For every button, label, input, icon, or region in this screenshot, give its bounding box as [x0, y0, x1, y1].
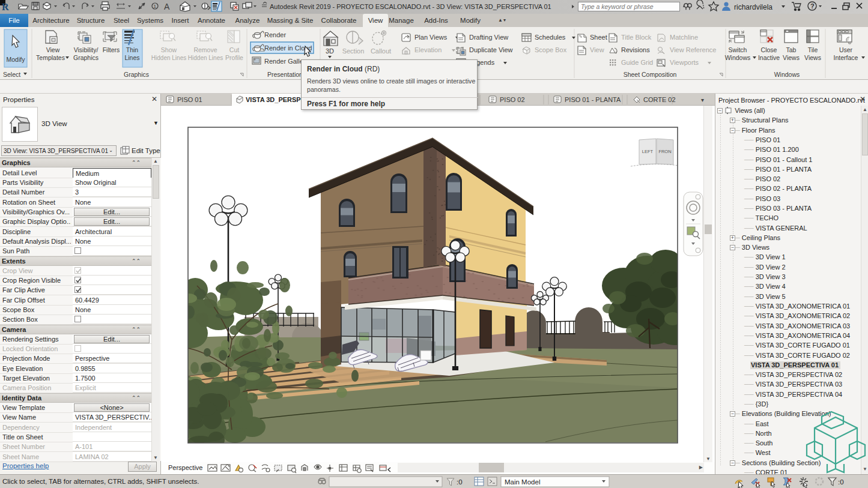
svg-text:Plan Views: Plan Views	[414, 34, 448, 41]
svg-text:Render Galler: Render Galler	[264, 58, 306, 65]
svg-text:Render: Render	[264, 31, 286, 38]
svg-text:3D: 3D	[326, 47, 334, 55]
svg-text:Tile: Tile	[808, 46, 818, 53]
svg-text:Scope Box: Scope Box	[535, 46, 567, 53]
svg-text:Elevation: Elevation	[414, 46, 442, 53]
svg-text:Hidden Lines: Hidden Lines	[188, 55, 223, 61]
svg-text:Hidden Lines: Hidden Lines	[151, 55, 186, 61]
svg-text:Select: Select	[3, 71, 20, 78]
svg-text:Sheet: Sheet	[590, 34, 607, 41]
svg-text:Section: Section	[342, 47, 365, 55]
svg-text:PISO 02: PISO 02	[500, 96, 525, 103]
svg-text:LEFT: LEFT	[642, 149, 654, 154]
svg-text:1: 1	[154, 4, 157, 9]
svg-text:View: View	[590, 46, 604, 53]
svg-text:Title Block: Title Block	[621, 34, 652, 41]
svg-text:Matchline: Matchline	[670, 34, 698, 41]
svg-text:FRON: FRON	[658, 149, 671, 154]
svg-text:Revisions: Revisions	[621, 46, 650, 53]
svg-text:Profile: Profile	[225, 54, 243, 61]
svg-text:Modify: Modify	[7, 56, 26, 63]
svg-text:Presentation: Presentation	[267, 71, 303, 78]
svg-text:Templates: Templates	[36, 54, 65, 61]
svg-text:View Reference: View Reference	[670, 46, 716, 53]
svg-text:Sheet Composition: Sheet Composition	[624, 71, 677, 78]
svg-text:Inactive: Inactive	[758, 54, 780, 61]
svg-text:PISO 01: PISO 01	[177, 96, 202, 103]
svg-text:Remove: Remove	[193, 46, 217, 53]
svg-text:CORTE 02: CORTE 02	[643, 96, 676, 103]
svg-text:richardvilela: richardvilela	[734, 3, 772, 11]
svg-text:Main Model: Main Model	[505, 478, 540, 486]
svg-text:Tab: Tab	[786, 46, 797, 53]
svg-text:Drafting View: Drafting View	[469, 34, 508, 41]
svg-text:Lines: Lines	[124, 54, 139, 61]
svg-text:?: ?	[810, 2, 815, 10]
svg-text:PISO 01 - PLANTA: PISO 01 - PLANTA	[565, 96, 621, 103]
svg-text:Cut: Cut	[229, 46, 239, 53]
svg-text:Callout: Callout	[371, 47, 391, 55]
svg-text:Filters: Filters	[103, 46, 120, 53]
svg-text:Schedules: Schedules	[535, 34, 566, 41]
svg-text:Visibility/: Visibility/	[74, 46, 99, 53]
svg-text:View: View	[46, 46, 60, 53]
svg-text:Thin: Thin	[126, 46, 139, 53]
svg-text:R: R	[2, 2, 9, 12]
svg-text:A: A	[164, 2, 170, 11]
svg-text:Viewports: Viewports	[670, 59, 699, 66]
svg-text:Views: Views	[804, 54, 821, 61]
svg-text:Graphics: Graphics	[73, 54, 99, 61]
svg-text:Views: Views	[783, 54, 800, 61]
svg-text:Switch: Switch	[729, 46, 747, 53]
svg-text:User: User	[839, 46, 853, 53]
svg-text:Guide Grid: Guide Grid	[621, 59, 653, 66]
svg-text:VISTA 3D_PERSPE: VISTA 3D_PERSPE	[246, 96, 305, 103]
svg-text:Show: Show	[161, 46, 177, 53]
svg-text:Graphics: Graphics	[124, 71, 149, 78]
svg-text:Windows: Windows	[725, 54, 751, 61]
svg-text:▾: ▾	[701, 97, 704, 103]
svg-text:Windows: Windows	[774, 71, 800, 78]
svg-text::0: :0	[457, 478, 463, 486]
svg-text:Interface: Interface	[834, 54, 858, 61]
svg-text:Close: Close	[761, 46, 777, 53]
svg-text::0: :0	[838, 478, 844, 486]
svg-text:Duplicate View: Duplicate View	[469, 46, 513, 53]
